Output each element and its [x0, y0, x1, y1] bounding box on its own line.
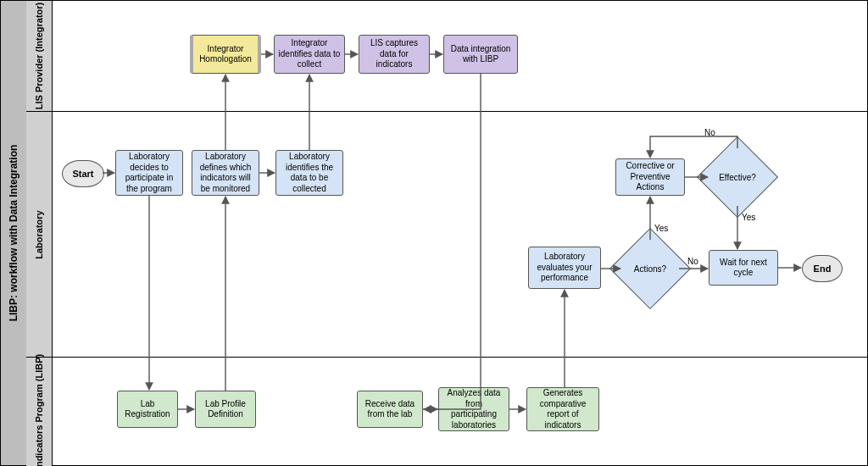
flowchart-canvas: LIBP: workflow with Data Integration LIS…: [0, 0, 868, 466]
node-lab-decides: Laboratory decides to participate in the…: [115, 150, 183, 196]
node-lab-profile-definition: Lab Profile Definition: [195, 391, 256, 428]
node-analyze-data: Analyzes data from participating laborat…: [438, 387, 509, 431]
lane-label-laboratory: Laboratory: [26, 111, 53, 358]
node-end: End: [802, 255, 843, 282]
node-lab-registration: Lab Registration: [117, 391, 178, 428]
diagram-title: LIBP: workflow with Data Integration: [8, 145, 19, 322]
lane-label-libp: Indicators Program (LIBP): [26, 357, 53, 466]
lane-label-integrator: LIS Provider (Integrator): [26, 1, 53, 111]
node-start: Start: [62, 160, 104, 187]
node-corrective-actions: Corrective or Preventive Actions: [615, 158, 685, 196]
node-integrator-identifies-data: Integrator identifies data to collect: [274, 35, 345, 74]
node-effective-decision: Effective?: [709, 148, 766, 206]
node-data-integration-libp: Data integration with LIBP: [443, 35, 518, 74]
node-wait-next-cycle: Wait for next cycle: [709, 250, 778, 286]
edge-label-actions-yes: Yes: [654, 224, 668, 233]
node-lab-evaluates: Laboratory evaluates your performance: [528, 247, 601, 289]
lane-divider: [52, 357, 867, 358]
node-lis-captures-data: LIS captures data for indicators: [359, 35, 430, 74]
edge-label-effective-no: No: [704, 128, 715, 137]
edge-label-actions-no: No: [687, 257, 698, 266]
node-actions-decision: Actions?: [621, 240, 679, 297]
node-lab-defines-indicators: Laboratory defines which indicators will…: [192, 150, 259, 196]
node-receive-data: Receive data from the lab: [357, 391, 423, 428]
node-generate-report: Generates comparative report of indicato…: [526, 387, 599, 431]
edge-label-effective-yes: Yes: [742, 213, 755, 222]
diagram-title-bar: LIBP: workflow with Data Integration: [1, 1, 27, 465]
node-lab-identifies-data: Laboratory identifies the data to be col…: [275, 150, 343, 196]
lane-divider: [52, 111, 867, 112]
node-integrator-homologation: Integrator Homologation: [190, 35, 261, 74]
